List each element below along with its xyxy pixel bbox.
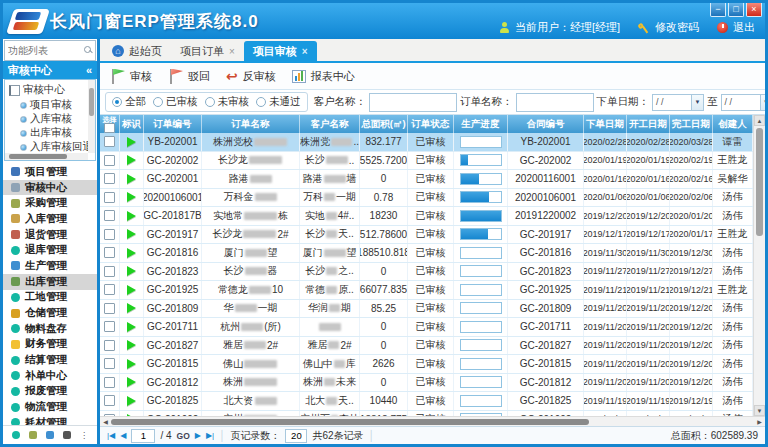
column-header[interactable]: 订单状态 [408,115,454,133]
radio-全部[interactable]: 全部 [112,95,146,109]
first-page-button[interactable]: |◀ [107,431,115,440]
select-all-checkbox[interactable] [104,123,115,133]
row-checkbox[interactable] [104,284,115,295]
table-row[interactable]: GC-201823长沙器长沙之..0已审核GC-2018232019/11/27… [100,263,753,282]
column-header[interactable]: 创建人 [713,115,753,133]
sidebar-item[interactable]: 采购管理 [3,195,97,211]
logout-button[interactable]: 退出 [733,20,755,35]
tree-item[interactable]: 项目审核 [5,98,95,112]
horizontal-scrollbar[interactable]: ◀ ▶ [100,416,765,426]
column-header[interactable]: 开工日期 [627,115,670,133]
tree-horizontal-scrollbar[interactable] [5,153,88,160]
column-header[interactable]: 标识 [120,115,144,133]
chevron-down-icon[interactable]: ▼ [691,95,703,110]
search-icon[interactable] [84,46,93,55]
chevron-down-icon[interactable]: ▼ [760,95,766,110]
column-header[interactable]: 合同编号 [508,115,584,133]
column-header[interactable]: 完工日期 [670,115,713,133]
more-icon[interactable]: ⋮ [80,431,88,440]
close-tab-icon[interactable]: × [302,46,308,57]
tab-项目订单[interactable]: 项目订单× [171,41,244,61]
table-row[interactable]: GC-201817B实地常栋实地4#..18230已审核201912200022… [100,207,753,226]
table-row[interactable]: 20200106001万科金万科一期0.78已审核202001060012020… [100,189,753,208]
radio-未审核[interactable]: 未审核 [205,95,250,109]
row-checkbox[interactable] [104,340,115,351]
sidebar-item[interactable]: 耗材管理 [3,415,97,425]
tree-item[interactable]: 入库审核回退 [5,140,95,154]
leaf-icon[interactable] [46,431,54,439]
报表中心-button[interactable]: 报表中心 [292,69,355,84]
horizontal-scroll-thumb[interactable] [111,419,589,425]
table-row[interactable]: GC-201711杭州(所)0已审核GC-2017112019/11/20201… [100,318,753,337]
column-header[interactable]: 下单日期 [584,115,627,133]
radio-已审核[interactable]: 已审核 [153,95,198,109]
sidebar-item[interactable]: 审核中心 [3,180,97,196]
row-checkbox[interactable] [104,377,115,388]
row-checkbox[interactable] [104,173,115,184]
sidebar-item[interactable]: 工地管理 [3,290,97,306]
sidebar-item[interactable]: 退货管理 [3,227,97,243]
row-checkbox[interactable] [104,229,115,240]
row-checkbox[interactable] [104,266,115,277]
table-row[interactable]: GC-201815佛山佛山中库2626已审核GC-2018152019/11/2… [100,355,753,374]
row-checkbox[interactable] [104,192,115,203]
row-checkbox[interactable] [104,358,115,369]
sidebar-item[interactable]: 入库管理 [3,211,97,227]
radio-icon[interactable] [153,97,163,107]
table-row[interactable]: GC-201812株洲株洲未来0已审核GC-2018122019/11/2020… [100,374,753,393]
change-password-button[interactable]: 修改密码 [655,20,699,35]
tree-item[interactable]: 出库审核 [5,126,95,140]
table-row[interactable]: GC-202002长沙龙长沙..65525.7200..已审核GC-202002… [100,152,753,171]
sidebar-item[interactable]: 结算管理 [3,352,97,368]
sidebar-item[interactable]: 出库管理 [3,274,97,290]
反审核-button[interactable]: ↩反审核 [226,69,276,84]
radio-icon[interactable] [205,97,215,107]
sidebar-item[interactable]: 物料盘存 [3,321,97,337]
column-header[interactable]: 客户名称 [300,115,360,133]
page-size-input[interactable] [285,429,307,443]
tab-起始页[interactable]: ⌂起始页 [103,41,171,61]
sidebar-item[interactable]: 退库管理 [3,242,97,258]
row-checkbox[interactable] [104,155,115,166]
cart-icon[interactable] [29,431,37,439]
table-row[interactable]: YB-202001株洲党校株洲党..832.177已审核YB-202001202… [100,133,753,152]
scroll-down-icon[interactable]: ▼ [754,405,765,416]
column-header[interactable]: 总面积(㎡) [360,115,408,133]
row-checkbox[interactable] [104,247,115,258]
tree-item[interactable]: 入库审核 [5,112,95,126]
person-icon[interactable] [63,431,71,439]
page-number-input[interactable] [131,429,155,443]
close-tab-icon[interactable]: × [229,46,235,57]
customer-name-input[interactable] [369,93,457,112]
sidebar-item[interactable]: 仓储管理 [3,305,97,321]
table-row[interactable]: GC-201925常德龙10常德原..266077.835..已审核GC-201… [100,281,753,300]
collapse-icon[interactable]: « [86,61,92,79]
table-row[interactable]: GC-201917长沙龙2#长沙天..8512.78600..已审核GC-201… [100,226,753,245]
sidebar-item[interactable]: 生产管理 [3,258,97,274]
go-button[interactable]: GO [177,431,190,441]
prev-page-button[interactable]: ◀ [120,431,126,440]
sidebar-item[interactable]: 报废管理 [3,384,97,400]
row-checkbox[interactable] [104,321,115,332]
row-checkbox[interactable] [104,303,115,314]
table-row[interactable]: GC-201827雅居2#雅居2#0已审核GC-2018272019/11/20… [100,337,753,356]
dot-icon[interactable] [12,431,20,439]
table-row[interactable]: GC-202001路港路港墙0已审核202001160012020/01/162… [100,170,753,189]
maximize-button[interactable]: □ [728,3,744,17]
column-header[interactable]: 订单名称 [202,115,300,133]
tab-项目审核[interactable]: 项目审核× [244,41,317,61]
order-name-input[interactable] [516,93,594,112]
审核-button[interactable]: 审核 [110,69,152,84]
last-page-button[interactable]: ▶| [206,431,214,440]
vertical-scroll-thumb[interactable] [756,128,763,236]
table-row[interactable]: GC-201825北大资北大天..10440已审核GC-2018252019/1… [100,392,753,411]
vertical-scrollbar[interactable]: ▲ ▼ [753,115,765,416]
row-checkbox[interactable] [104,210,115,221]
minimize-button[interactable]: − [710,3,726,17]
table-row[interactable]: GC-201809华一期华润期85.25已审核GC-2018092019/11/… [100,300,753,319]
order-date-from-input[interactable]: / /▼ [652,94,704,111]
column-header[interactable]: 选择 [100,115,120,133]
radio-icon[interactable] [256,97,266,107]
radio-未通过[interactable]: 未通过 [256,95,301,109]
驳回-button[interactable]: 驳回 [168,69,210,84]
